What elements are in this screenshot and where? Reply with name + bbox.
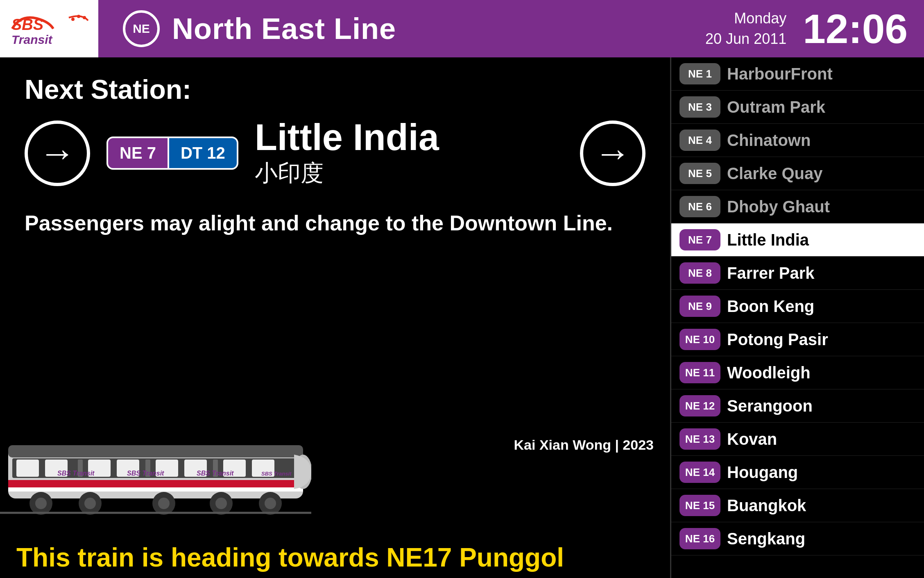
svg-point-34 xyxy=(215,498,227,509)
left-arrow-circle: → xyxy=(25,121,90,186)
station-list-item-ne3: NE 3 Outram Park xyxy=(671,91,924,124)
station-list-item-ne16: NE 16 Sengkang xyxy=(671,522,924,555)
station-list-item-ne6: NE 6 Dhoby Ghaut xyxy=(671,190,924,223)
station-code-badge: NE 14 xyxy=(679,462,720,483)
station-list-item-ne7: NE 7 Little India xyxy=(671,223,924,257)
svg-point-30 xyxy=(84,498,96,509)
station-code-badge: NE 4 xyxy=(679,130,720,151)
station-list-item-ne5: NE 5 Clarke Quay xyxy=(671,157,924,190)
scroll-text: This train is heading towards NE17 Pungg… xyxy=(0,542,564,573)
line-badge-area: NE North East Line xyxy=(123,10,396,47)
credit-text: Kai Xian Wong | 2023 xyxy=(514,437,654,453)
time-display: 12:06 xyxy=(803,8,908,49)
station-code-badge: NE 1 xyxy=(679,63,720,84)
station-list-item-ne4: NE 4 Chinatown xyxy=(671,124,924,157)
svg-text:Transit: Transit xyxy=(11,33,53,46)
station-name-chinese: 小印度 xyxy=(255,158,439,189)
datetime-area: Monday 20 Jun 2011 12:06 xyxy=(705,0,908,57)
right-arrow-circle: → xyxy=(580,121,645,186)
interchange-notice: Passengers may alight and change to the … xyxy=(25,209,645,237)
right-arrow-icon: → xyxy=(594,132,631,174)
header-bar: SBS Transit NE North East Line Monday 20… xyxy=(0,0,924,57)
station-code-badge: NE 6 xyxy=(679,196,720,217)
station-name-list: Boon Keng xyxy=(727,297,814,316)
station-badges: NE 7 DT 12 xyxy=(106,137,238,170)
svg-rect-8 xyxy=(8,487,303,492)
station-code-badge: NE 5 xyxy=(679,163,720,184)
train-illustration: SBS Transit SBS Transit SBS Transit SBS … xyxy=(0,433,670,517)
station-name-list: Little India xyxy=(727,231,809,249)
station-name-list: Potong Pasir xyxy=(727,330,828,349)
station-code-badge: NE 16 xyxy=(679,528,720,549)
station-list-item-ne12: NE 12 Serangoon xyxy=(671,389,924,423)
station-name-list: Dhoby Ghaut xyxy=(727,198,830,216)
svg-point-36 xyxy=(265,498,276,509)
left-arrow-icon: → xyxy=(39,132,76,174)
station-list-item-ne9: NE 9 Boon Keng xyxy=(671,290,924,323)
svg-text:SBS: SBS xyxy=(11,16,43,33)
train-svg: SBS Transit SBS Transit SBS Transit SBS … xyxy=(0,433,311,515)
scroll-text-bar: This train is heading towards NE17 Pungg… xyxy=(0,537,670,578)
station-list-item-ne15: NE 15 Buangkok xyxy=(671,489,924,522)
station-code-badge: NE 13 xyxy=(679,428,720,450)
ne-line-badge: NE xyxy=(123,10,160,47)
svg-rect-10 xyxy=(16,460,39,477)
svg-rect-7 xyxy=(8,480,303,487)
date-display: Monday 20 Jun 2011 xyxy=(705,8,786,50)
station-name-block: Little India 小印度 xyxy=(255,117,439,189)
svg-point-32 xyxy=(158,498,170,509)
station-name-list: Chinatown xyxy=(727,131,811,150)
right-panel-station-list: NE 1 HarbourFront NE 3 Outram Park NE 4 … xyxy=(670,57,924,578)
station-list-item-ne11: NE 11 Woodleigh xyxy=(671,356,924,389)
svg-text:SBS Transit: SBS Transit xyxy=(127,470,164,477)
station-list-item-ne14: NE 14 Hougang xyxy=(671,456,924,489)
station-code-badge: NE 10 xyxy=(679,329,720,350)
station-name-list: HarbourFront xyxy=(727,65,833,83)
dt12-badge: DT 12 xyxy=(169,137,238,170)
station-list-item-ne13: NE 13 Kovan xyxy=(671,423,924,456)
station-code-badge: NE 9 xyxy=(679,296,720,317)
svg-point-2 xyxy=(71,18,75,21)
station-list-item-ne8: NE 8 Farrer Park xyxy=(671,257,924,290)
station-list-item-ne1: NE 1 HarbourFront xyxy=(671,57,924,91)
station-code-badge: NE 12 xyxy=(679,395,720,416)
station-code-badge: NE 11 xyxy=(679,362,720,383)
svg-text:SBS Transit: SBS Transit xyxy=(197,470,234,477)
sbs-transit-logo: SBS Transit xyxy=(8,10,90,47)
ne7-badge: NE 7 xyxy=(106,137,169,170)
station-name-list: Outram Park xyxy=(727,98,825,116)
main-content: Next Station: → NE 7 DT 12 Little India … xyxy=(0,57,924,578)
svg-point-3 xyxy=(77,15,80,18)
station-list-item-ne10: NE 10 Potong Pasir xyxy=(671,323,924,356)
svg-rect-6 xyxy=(8,445,303,457)
station-info-row: → NE 7 DT 12 Little India 小印度 → xyxy=(25,117,645,189)
line-title: North East Line xyxy=(172,12,396,46)
station-code-badge: NE 8 xyxy=(679,262,720,284)
next-station-label: Next Station: xyxy=(25,74,645,105)
station-name-list: Sengkang xyxy=(727,530,805,548)
station-code-badge: NE 7 xyxy=(679,229,720,250)
svg-point-28 xyxy=(35,498,47,509)
svg-text:SBS Transit: SBS Transit xyxy=(57,470,95,477)
left-panel: Next Station: → NE 7 DT 12 Little India … xyxy=(0,57,670,578)
station-code-badge: NE 15 xyxy=(679,495,720,516)
station-name-list: Clarke Quay xyxy=(727,164,822,183)
svg-text:SBS Transit: SBS Transit xyxy=(261,471,292,477)
station-code-badge: NE 3 xyxy=(679,96,720,118)
station-name-list: Woodleigh xyxy=(727,364,811,382)
station-name-list: Farrer Park xyxy=(727,264,814,282)
sbs-logo-area: SBS Transit xyxy=(0,0,98,57)
station-name-list: Buangkok xyxy=(727,496,806,515)
station-name-list: Serangoon xyxy=(727,397,813,415)
station-name-list: Kovan xyxy=(727,430,777,448)
station-name-english: Little India xyxy=(255,117,439,158)
svg-point-4 xyxy=(83,16,86,19)
station-name-list: Hougang xyxy=(727,463,798,482)
